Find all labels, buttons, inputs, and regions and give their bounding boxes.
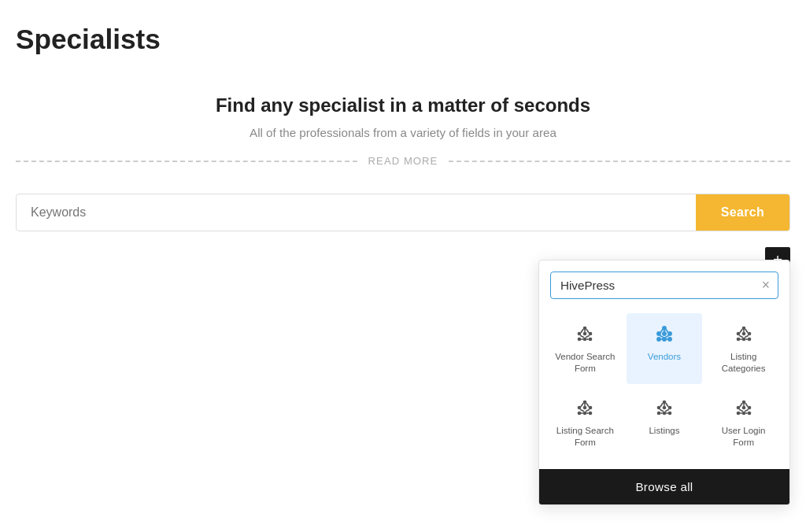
popup-item-listings[interactable]: Listings — [627, 387, 703, 458]
listing-categories-icon — [733, 323, 755, 345]
listings-icon — [653, 397, 675, 419]
popup-search-input[interactable] — [551, 272, 754, 298]
svg-line-79 — [745, 403, 748, 407]
svg-point-18 — [668, 338, 672, 342]
search-input[interactable] — [17, 194, 696, 231]
listing-search-form-icon — [574, 397, 596, 419]
svg-line-9 — [586, 329, 589, 333]
popup-search-clear-button[interactable]: × — [754, 272, 778, 298]
read-more-divider[interactable]: READ MORE — [16, 155, 790, 167]
svg-line-8 — [581, 329, 583, 333]
svg-line-51 — [586, 403, 589, 407]
svg-point-46 — [589, 412, 593, 416]
popup-panel: × — [538, 260, 790, 505]
svg-line-37 — [745, 329, 748, 333]
svg-point-4 — [589, 338, 593, 342]
hero-heading: Find any specialist in a matter of secon… — [16, 94, 790, 116]
popup-item-user-login-form[interactable]: User Login Form — [705, 387, 782, 458]
svg-line-39 — [745, 335, 749, 337]
vendors-label: Vendors — [648, 351, 681, 363]
popup-item-listing-categories[interactable]: Listing Categories — [705, 313, 782, 384]
vendor-search-form-icon — [574, 323, 596, 345]
svg-point-34 — [741, 332, 745, 336]
svg-line-81 — [745, 409, 749, 411]
svg-line-36 — [740, 329, 742, 333]
svg-line-67 — [665, 409, 669, 411]
hero-section: Find any specialist in a matter of secon… — [16, 79, 790, 194]
page-title: Specialists — [16, 16, 790, 55]
svg-point-45 — [578, 412, 582, 416]
popup-items-grid: Vendor Search Form — [539, 307, 789, 469]
svg-line-10 — [580, 335, 584, 337]
svg-line-25 — [665, 335, 669, 337]
svg-line-65 — [666, 403, 668, 407]
svg-point-17 — [657, 338, 661, 342]
user-login-form-label: User Login Form — [712, 425, 775, 449]
svg-point-3 — [578, 338, 582, 342]
svg-point-32 — [747, 338, 751, 342]
svg-line-38 — [739, 335, 743, 337]
popup-item-listing-search-form[interactable]: Listing Search Form — [547, 387, 623, 458]
svg-point-20 — [663, 332, 667, 336]
svg-point-31 — [736, 338, 740, 342]
svg-line-52 — [580, 409, 584, 411]
search-button[interactable]: Search — [696, 194, 789, 231]
popup-item-vendors[interactable]: Vendors — [627, 313, 703, 384]
svg-line-11 — [586, 335, 590, 337]
popup-search-wrapper: × — [550, 272, 778, 299]
svg-line-24 — [660, 335, 664, 337]
popup-item-vendor-search-form[interactable]: Vendor Search Form — [547, 313, 623, 384]
svg-point-62 — [663, 406, 667, 410]
hero-subtext: All of the professionals from a variety … — [16, 126, 790, 139]
svg-line-78 — [740, 403, 742, 407]
svg-point-73 — [736, 412, 740, 416]
svg-point-6 — [583, 332, 587, 336]
listings-label: Listings — [649, 425, 679, 437]
search-bar: Search — [16, 194, 790, 231]
svg-line-23 — [666, 329, 668, 333]
svg-point-48 — [583, 406, 587, 410]
user-login-form-icon — [733, 397, 755, 419]
vendors-icon — [653, 323, 675, 345]
svg-point-60 — [668, 412, 672, 416]
svg-line-50 — [581, 403, 583, 407]
svg-line-22 — [660, 329, 663, 333]
vendor-search-form-label: Vendor Search Form — [553, 351, 617, 375]
svg-line-53 — [586, 409, 590, 411]
svg-point-74 — [747, 412, 751, 416]
svg-point-59 — [657, 412, 661, 416]
listing-categories-label: Listing Categories — [712, 351, 775, 375]
listing-search-form-label: Listing Search Form — [553, 425, 617, 449]
browse-all-button[interactable]: Browse all — [539, 469, 789, 504]
svg-line-80 — [739, 409, 743, 411]
svg-line-64 — [660, 403, 663, 407]
read-more-label[interactable]: READ MORE — [357, 155, 449, 167]
svg-point-76 — [741, 406, 745, 410]
popup-search-area: × — [539, 260, 789, 307]
svg-line-66 — [660, 409, 664, 411]
